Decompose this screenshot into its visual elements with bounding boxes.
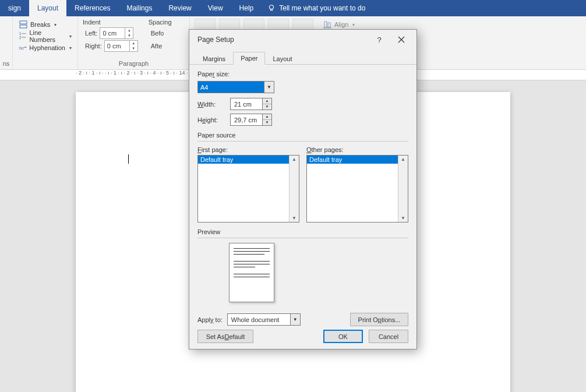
- group-label-cut: ns: [0, 60, 12, 68]
- first-page-listbox[interactable]: Default tray ▲▼: [197, 155, 299, 223]
- dialog-close-button[interactable]: [391, 31, 412, 48]
- tab-mailings[interactable]: Mailings: [118, 0, 160, 16]
- tell-me-label: Tell me what you want to do: [279, 4, 365, 12]
- tab-references[interactable]: References: [66, 0, 118, 16]
- tell-me-search[interactable]: Tell me what you want to do: [262, 0, 365, 16]
- svg-rect-3: [20, 25, 27, 28]
- paper-size-label: Paper size:: [197, 70, 408, 77]
- scrollbar[interactable]: ▲▼: [289, 156, 299, 222]
- indent-right-label: Right:: [85, 43, 102, 50]
- paper-source-label: Paper source: [197, 132, 408, 139]
- svg-rect-24: [324, 22, 327, 27]
- spacing-title: Spacing: [149, 19, 172, 26]
- svg-rect-2: [20, 21, 27, 24]
- align-icon: [323, 20, 332, 29]
- svg-point-0: [270, 5, 274, 9]
- cancel-button[interactable]: Cancel: [369, 330, 408, 343]
- dialog-tab-margins[interactable]: Margins: [195, 52, 233, 65]
- breaks-icon: [19, 20, 28, 29]
- tab-view[interactable]: View: [200, 0, 231, 16]
- align-button[interactable]: Align: [322, 19, 356, 30]
- ok-button[interactable]: OK: [323, 330, 363, 343]
- width-label: Width:: [197, 101, 224, 108]
- other-pages-listbox[interactable]: Default tray ▲▼: [306, 155, 408, 223]
- height-input[interactable]: 29,7 cm▲▼: [230, 114, 272, 126]
- breaks-label: Breaks: [30, 21, 50, 28]
- dialog-title-text: Page Setup: [197, 36, 234, 44]
- hyphenation-icon: bc: [19, 43, 27, 52]
- dialog-tabs: Margins Paper Layout: [189, 50, 416, 65]
- dialog-titlebar[interactable]: Page Setup ?: [189, 30, 416, 50]
- svg-rect-25: [328, 23, 330, 27]
- dialog-help-button[interactable]: ?: [369, 31, 390, 48]
- indent-left-label: Left:: [85, 30, 97, 37]
- paper-size-value: A4: [198, 82, 264, 93]
- chevron-down-icon: ▼: [264, 82, 274, 93]
- svg-text:2: 2: [19, 36, 22, 40]
- hyphenation-label: Hyphenation: [29, 44, 65, 51]
- apply-to-label: Apply to:: [197, 316, 223, 323]
- tab-layout[interactable]: Layout: [29, 0, 66, 16]
- first-page-option[interactable]: Default tray: [198, 156, 299, 164]
- svg-rect-1: [271, 9, 273, 10]
- ribbon-tabs: sign Layout References Mailings Review V…: [0, 0, 586, 16]
- preview-thumbnail: [229, 243, 274, 302]
- line-numbers-icon: 12: [19, 31, 27, 41]
- tab-review[interactable]: Review: [160, 0, 199, 16]
- height-label: Height:: [197, 116, 224, 123]
- preview-label: Preview: [197, 228, 408, 235]
- print-options-button[interactable]: Print Options...: [350, 313, 408, 326]
- chevron-down-icon: ▼: [290, 314, 300, 325]
- dialog-body: Paper size: A4 ▼ Width: 21 cm▲▼ Height: …: [189, 65, 416, 332]
- lightbulb-icon: [267, 4, 276, 12]
- align-label: Align: [334, 21, 348, 28]
- spacing-before-label: Befo: [151, 30, 164, 37]
- close-icon: [398, 36, 405, 43]
- apply-to-combo[interactable]: Whole document ▼: [227, 313, 301, 326]
- scrollbar[interactable]: ▲▼: [398, 156, 408, 222]
- indent-left-input[interactable]: 0 cm▲▼: [100, 27, 133, 39]
- paper-size-combo[interactable]: A4 ▼: [197, 81, 274, 93]
- dialog-tab-layout[interactable]: Layout: [265, 52, 299, 65]
- line-numbers-label: Line Numbers: [29, 29, 65, 43]
- paragraph-group-label: Paragraph: [83, 60, 185, 68]
- page-setup-dialog: Page Setup ? Margins Paper Layout Paper …: [189, 29, 417, 349]
- text-cursor: [128, 154, 129, 164]
- other-pages-option[interactable]: Default tray: [307, 156, 408, 164]
- indent-title: Indent: [83, 19, 138, 26]
- breaks-button[interactable]: Breaks: [17, 19, 73, 30]
- apply-to-value: Whole document: [231, 316, 280, 323]
- tab-help[interactable]: Help: [231, 0, 262, 16]
- indent-right-input[interactable]: 0 cm▲▼: [104, 40, 138, 52]
- hyphenation-button[interactable]: bc Hyphenation: [17, 42, 73, 54]
- line-numbers-button[interactable]: 12 Line Numbers: [17, 30, 73, 42]
- svg-text:bc: bc: [19, 45, 24, 51]
- tab-design[interactable]: sign: [0, 0, 29, 16]
- spacing-after-label: Afte: [151, 43, 163, 50]
- set-default-button[interactable]: Set As Default: [197, 330, 253, 343]
- first-page-label: First page:: [197, 146, 299, 153]
- dialog-tab-paper[interactable]: Paper: [233, 52, 265, 65]
- other-pages-label: Other pages:: [306, 146, 408, 153]
- width-input[interactable]: 21 cm▲▼: [230, 98, 272, 110]
